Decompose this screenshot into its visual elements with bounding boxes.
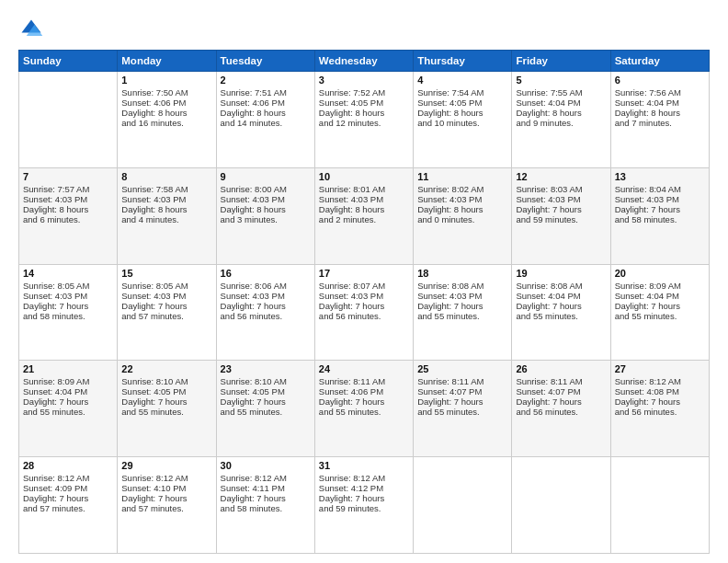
day-info-line: Sunset: 4:05 PM — [221, 386, 311, 396]
day-info-line: Sunset: 4:03 PM — [319, 194, 409, 204]
calendar-header-monday: Monday — [118, 51, 216, 72]
day-info-line: and 55 minutes. — [319, 407, 409, 417]
day-info-line: Sunset: 4:07 PM — [417, 386, 507, 396]
day-info-line: Sunset: 4:04 PM — [615, 291, 705, 301]
day-info-line: Sunrise: 7:52 AM — [319, 87, 409, 98]
calendar-header-friday: Friday — [512, 51, 610, 72]
day-number: 4 — [417, 75, 507, 86]
day-info-line: Sunset: 4:10 PM — [121, 483, 211, 493]
day-number: 15 — [121, 268, 211, 279]
day-info-line: Sunrise: 7:57 AM — [23, 184, 113, 194]
calendar-week-4: 21Sunrise: 8:09 AMSunset: 4:04 PMDayligh… — [19, 361, 710, 457]
day-info-line: Sunset: 4:03 PM — [319, 291, 409, 301]
day-info-line: Sunrise: 8:07 AM — [319, 281, 409, 291]
day-info-line: Daylight: 7 hours — [417, 396, 507, 407]
day-info-line: Sunrise: 8:12 AM — [121, 473, 211, 483]
calendar-cell: 30Sunrise: 8:12 AMSunset: 4:11 PMDayligh… — [216, 457, 314, 554]
calendar-cell: 15Sunrise: 8:05 AMSunset: 4:03 PMDayligh… — [118, 264, 216, 361]
day-info-line: Daylight: 7 hours — [221, 493, 311, 503]
calendar-cell: 29Sunrise: 8:12 AMSunset: 4:10 PMDayligh… — [118, 457, 216, 554]
day-info-line: and 55 minutes. — [23, 407, 113, 417]
day-info-line: Sunrise: 8:04 AM — [615, 184, 705, 194]
day-number: 16 — [221, 268, 311, 279]
day-info-line: and 58 minutes. — [221, 503, 311, 513]
day-info-line: Daylight: 8 hours — [121, 108, 211, 118]
day-info-line: and 56 minutes. — [615, 407, 705, 417]
day-info-line: Daylight: 7 hours — [615, 301, 705, 311]
day-info-line: Sunset: 4:03 PM — [23, 291, 113, 301]
calendar-cell: 22Sunrise: 8:10 AMSunset: 4:05 PMDayligh… — [118, 361, 216, 457]
day-info-line: Daylight: 7 hours — [516, 301, 606, 311]
day-info-line: Daylight: 7 hours — [121, 301, 211, 311]
day-info-line: Sunrise: 8:06 AM — [221, 281, 311, 291]
day-info-line: Sunset: 4:08 PM — [615, 386, 705, 396]
day-info-line: and 57 minutes. — [23, 503, 113, 513]
day-number: 29 — [121, 460, 211, 471]
day-number: 28 — [23, 460, 113, 471]
calendar-cell — [610, 457, 709, 554]
calendar-cell: 7Sunrise: 7:57 AMSunset: 4:03 PMDaylight… — [19, 167, 118, 264]
day-info-line: Sunrise: 8:10 AM — [121, 376, 211, 386]
day-info-line: Sunrise: 8:09 AM — [23, 376, 113, 386]
day-info-line: Daylight: 8 hours — [319, 108, 409, 118]
day-number: 19 — [516, 268, 606, 279]
header — [18, 17, 710, 42]
day-info-line: Sunset: 4:09 PM — [23, 483, 113, 493]
day-info-line: Daylight: 7 hours — [516, 396, 606, 407]
calendar-cell: 31Sunrise: 8:12 AMSunset: 4:12 PMDayligh… — [314, 457, 413, 554]
day-number: 14 — [23, 268, 113, 279]
calendar-week-5: 28Sunrise: 8:12 AMSunset: 4:09 PMDayligh… — [19, 457, 710, 554]
day-info-line: Sunrise: 8:11 AM — [516, 376, 606, 386]
day-info-line: Sunset: 4:06 PM — [319, 386, 409, 396]
calendar-header-row: SundayMondayTuesdayWednesdayThursdayFrid… — [19, 51, 710, 72]
day-info-line: and 56 minutes. — [516, 407, 606, 417]
day-info-line: and 4 minutes. — [121, 214, 211, 224]
calendar-cell — [512, 457, 610, 554]
day-info-line: Sunset: 4:03 PM — [221, 194, 311, 204]
calendar-cell: 24Sunrise: 8:11 AMSunset: 4:06 PMDayligh… — [314, 361, 413, 457]
day-info-line: and 56 minutes. — [221, 311, 311, 321]
day-info-line: and 59 minutes. — [319, 503, 409, 513]
day-info-line: Daylight: 7 hours — [319, 301, 409, 311]
day-info-line: Sunset: 4:03 PM — [23, 194, 113, 204]
day-info-line: and 6 minutes. — [23, 214, 113, 224]
day-info-line: Sunrise: 7:50 AM — [121, 87, 211, 98]
calendar-cell: 28Sunrise: 8:12 AMSunset: 4:09 PMDayligh… — [19, 457, 118, 554]
day-info-line: Sunrise: 8:05 AM — [121, 281, 211, 291]
day-info-line: Sunset: 4:05 PM — [417, 98, 507, 108]
day-info-line: Daylight: 8 hours — [221, 108, 311, 118]
day-number: 12 — [516, 171, 606, 182]
day-info-line: Daylight: 7 hours — [615, 204, 705, 214]
day-info-line: Sunrise: 8:05 AM — [23, 281, 113, 291]
day-number: 2 — [221, 75, 311, 86]
calendar-week-3: 14Sunrise: 8:05 AMSunset: 4:03 PMDayligh… — [19, 264, 710, 361]
day-info-line: Daylight: 8 hours — [417, 204, 507, 214]
day-info-line: Sunrise: 8:08 AM — [516, 281, 606, 291]
day-info-line: Sunrise: 7:54 AM — [417, 87, 507, 98]
day-info-line: Sunrise: 8:12 AM — [319, 473, 409, 483]
day-info-line: Sunrise: 8:02 AM — [417, 184, 507, 194]
calendar-cell: 10Sunrise: 8:01 AMSunset: 4:03 PMDayligh… — [314, 167, 413, 264]
calendar-cell: 13Sunrise: 8:04 AMSunset: 4:03 PMDayligh… — [610, 167, 709, 264]
day-number: 9 — [221, 171, 311, 182]
day-info-line: Sunrise: 8:12 AM — [615, 376, 705, 386]
calendar-cell: 19Sunrise: 8:08 AMSunset: 4:04 PMDayligh… — [512, 264, 610, 361]
calendar-cell: 20Sunrise: 8:09 AMSunset: 4:04 PMDayligh… — [610, 264, 709, 361]
day-info-line: Sunrise: 7:58 AM — [121, 184, 211, 194]
day-info-line: and 3 minutes. — [221, 214, 311, 224]
calendar-cell: 23Sunrise: 8:10 AMSunset: 4:05 PMDayligh… — [216, 361, 314, 457]
calendar-cell: 18Sunrise: 8:08 AMSunset: 4:03 PMDayligh… — [414, 264, 512, 361]
calendar-cell: 1Sunrise: 7:50 AMSunset: 4:06 PMDaylight… — [118, 72, 216, 168]
day-number: 8 — [121, 171, 211, 182]
day-info-line: Sunset: 4:05 PM — [121, 386, 211, 396]
day-info-line: Sunset: 4:03 PM — [615, 194, 705, 204]
day-info-line: Daylight: 8 hours — [615, 108, 705, 118]
day-info-line: Sunrise: 8:03 AM — [516, 184, 606, 194]
day-number: 5 — [516, 75, 606, 86]
day-info-line: and 16 minutes. — [121, 118, 211, 128]
day-number: 11 — [417, 171, 507, 182]
day-info-line: Daylight: 7 hours — [319, 493, 409, 503]
day-number: 22 — [121, 363, 211, 374]
day-number: 3 — [319, 75, 409, 86]
day-info-line: Sunset: 4:12 PM — [319, 483, 409, 493]
